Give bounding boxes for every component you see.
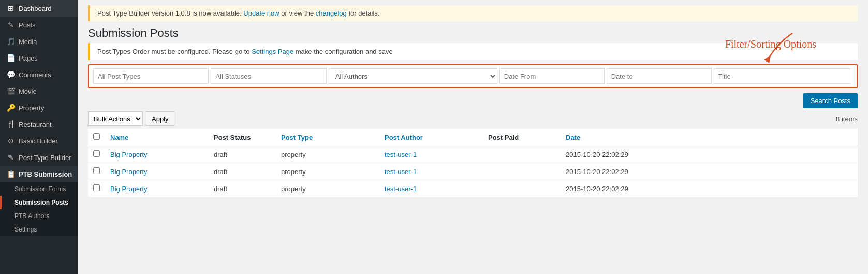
row-date-2: 2015-10-20 22:02:29 [561,180,858,197]
row-name-2[interactable]: Big Property [105,180,209,197]
row-date-0: 2015-10-20 22:02:29 [561,146,858,163]
row-status-1: draft [209,163,276,180]
sidebar-item-restaurant[interactable]: 🍴 Restaurant [0,116,78,133]
ptb-submission-submenu: Submission Forms Submission Posts PTB Au… [0,182,78,236]
row-paid-1 [483,163,561,180]
posts-table-wrap: Name Post Status Post Type Post Author P… [78,129,868,274]
changelog-link[interactable]: changelog [316,9,347,17]
media-icon: 🎵 [6,37,16,46]
sidebar: ⊞ Dashboard ✎ Posts 🎵 Media 📄 Pages 💬 Co… [0,0,78,274]
sidebar-item-property[interactable]: 🔑 Property [0,99,78,116]
th-post-status: Post Status [209,129,276,146]
sidebar-item-dashboard[interactable]: ⊞ Dashboard [0,0,78,17]
post-types-input[interactable] [93,68,209,84]
sidebar-item-media[interactable]: 🎵 Media [0,33,78,50]
row-checkbox-2[interactable] [93,184,100,191]
row-checkbox-cell [88,146,105,163]
th-checkbox [88,129,105,146]
table-row: Big Property draft property test-user-1 … [88,146,858,163]
th-post-author[interactable]: Post Author [379,129,483,146]
sidebar-item-ptb-submission[interactable]: 📋 PTB Submission [0,166,78,182]
row-paid-0 [483,146,561,163]
sidebar-item-post-type-builder[interactable]: ✎ Post Type Builder [0,149,78,166]
sidebar-item-comments[interactable]: 💬 Comments [0,66,78,83]
sidebar-item-basic-builder[interactable]: ⊙ Basic Builder [0,133,78,149]
page-title: Submission Posts [78,21,868,43]
row-checkbox-cell [88,163,105,180]
authors-select[interactable]: All Authors [329,68,497,84]
row-status-0: draft [209,146,276,163]
filter-section: Filter/Sorting Options All Authors [78,64,868,93]
update-now-link[interactable]: Update now [243,9,279,17]
row-paid-2 [483,180,561,197]
row-type-0: property [276,146,379,163]
select-all-checkbox[interactable] [93,133,100,140]
th-post-paid: Post Paid [483,129,561,146]
row-type-1: property [276,163,379,180]
row-checkbox-0[interactable] [93,150,100,157]
bulk-actions-row: Bulk Actions Apply 8 items [78,111,868,129]
post-type-builder-icon: ✎ [6,153,16,162]
bulk-left: Bulk Actions Apply [88,111,174,126]
row-name-0[interactable]: Big Property [105,146,209,163]
search-button-row: Search Posts [78,93,868,111]
warning-notice: Post Types Order must be configured. Ple… [88,43,858,60]
row-author-1[interactable]: test-user-1 [379,163,483,180]
sidebar-sub-item-submission-posts[interactable]: Submission Posts [0,196,78,209]
row-author-0[interactable]: test-user-1 [379,146,483,163]
sidebar-sub-item-ptb-authors[interactable]: PTB Authors [0,209,78,223]
property-icon: 🔑 [6,104,16,112]
bulk-actions-select[interactable]: Bulk Actions [88,111,143,126]
row-date-1: 2015-10-20 22:02:29 [561,163,858,180]
update-notice: Post Type Builder version 1.0.8 is now a… [88,5,858,21]
table-body: Big Property draft property test-user-1 … [88,146,858,197]
row-status-2: draft [209,180,276,197]
dashboard-icon: ⊞ [6,4,16,12]
main-content: Post Type Builder version 1.0.8 is now a… [78,0,868,274]
sidebar-sub-item-submission-forms[interactable]: Submission Forms [0,182,78,196]
table-row: Big Property draft property test-user-1 … [88,180,858,197]
sidebar-item-posts[interactable]: ✎ Posts [0,17,78,33]
posts-icon: ✎ [6,21,16,29]
posts-table: Name Post Status Post Type Post Author P… [88,129,858,197]
filter-row: All Authors [88,64,858,88]
th-post-type[interactable]: Post Type [276,129,379,146]
th-name[interactable]: Name [105,129,209,146]
restaurant-icon: 🍴 [6,120,16,128]
movie-icon: 🎬 [6,87,16,95]
table-header-row: Name Post Status Post Type Post Author P… [88,129,858,146]
sidebar-sub-item-settings[interactable]: Settings [0,223,78,236]
row-checkbox-cell [88,180,105,197]
settings-page-link[interactable]: Settings Page [252,48,293,55]
sidebar-item-pages[interactable]: 📄 Pages [0,50,78,66]
basic-builder-icon: ⊙ [6,137,16,145]
row-name-1[interactable]: Big Property [105,163,209,180]
comments-icon: 💬 [6,70,16,79]
ptb-submission-icon: 📋 [6,170,16,178]
date-from-input[interactable] [499,68,605,84]
th-date[interactable]: Date [561,129,858,146]
apply-button[interactable]: Apply [146,111,174,126]
pages-icon: 📄 [6,54,16,62]
row-author-2[interactable]: test-user-1 [379,180,483,197]
items-count: 8 items [836,115,858,123]
search-posts-button[interactable]: Search Posts [803,93,858,108]
statuses-input[interactable] [211,68,326,84]
table-row: Big Property draft property test-user-1 … [88,163,858,180]
title-input[interactable] [714,68,850,84]
row-checkbox-1[interactable] [93,167,100,174]
sidebar-item-movie[interactable]: 🎬 Movie [0,83,78,99]
row-type-2: property [276,180,379,197]
date-to-input[interactable] [607,68,712,84]
